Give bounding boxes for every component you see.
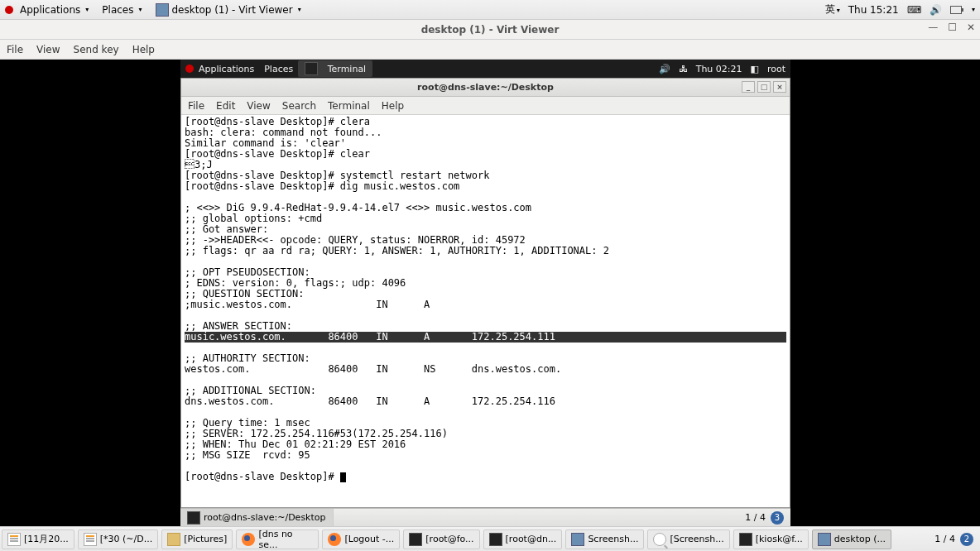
task-label: desktop (...: [834, 534, 886, 544]
task-label: [root@dn...: [506, 534, 557, 544]
host-task[interactable]: [root@dn...: [483, 529, 563, 549]
term-menu-search[interactable]: Search: [282, 100, 316, 112]
term-menu-terminal[interactable]: Terminal: [328, 100, 370, 112]
virt-content: Applications Places Terminal 🔊 🖧 Thu 02:…: [0, 60, 980, 526]
guest-workspace-badge[interactable]: 3: [771, 511, 784, 525]
task-label: Screensh...: [588, 534, 638, 544]
guest-active-window[interactable]: Terminal: [298, 60, 372, 77]
term-menu-help[interactable]: Help: [382, 100, 404, 112]
guest-places-menu[interactable]: Places: [259, 64, 298, 74]
guest-workspace-indicator[interactable]: 1 / 4: [745, 512, 766, 523]
terminal-titlebar[interactable]: root@dns-slave:~/Desktop _ □ ×: [181, 79, 790, 97]
task-label: [Pictures]: [184, 534, 227, 544]
virt-titlebar[interactable]: desktop (1) - Virt Viewer — ☐ ✕: [0, 20, 980, 40]
close-button[interactable]: ✕: [967, 22, 975, 33]
search-icon: [653, 533, 666, 546]
host-task[interactable]: Screensh...: [565, 529, 644, 549]
virt-title: desktop (1) - Virt Viewer: [421, 24, 560, 36]
guest-bottombar: root@dns-slave:~/Desktop 1 / 4 3: [180, 508, 790, 526]
ff-icon: [328, 533, 341, 546]
term-icon: [739, 533, 752, 546]
term-icon: [489, 533, 502, 546]
screen-icon: [818, 533, 831, 546]
host-task[interactable]: desktop (...: [812, 529, 891, 549]
maximize-button[interactable]: ☐: [948, 22, 957, 33]
task-label: [dns no se...: [258, 529, 313, 549]
host-task[interactable]: [Pictures]: [161, 529, 233, 549]
terminal-window: root@dns-slave:~/Desktop _ □ × File Edit…: [180, 78, 790, 508]
host-task[interactable]: [dns no se...: [236, 529, 319, 549]
term-icon: [409, 533, 422, 546]
guest-volume-icon[interactable]: 🔊: [659, 64, 670, 74]
terminal-icon: [187, 511, 200, 525]
guest-clock[interactable]: Thu 02:21: [696, 64, 742, 74]
task-label: [Screensh...: [670, 534, 723, 544]
txt-icon: [7, 533, 21, 546]
guest-redhat-icon: [185, 65, 194, 73]
minimize-button[interactable]: —: [928, 22, 938, 33]
host-task[interactable]: [root@fo...: [403, 529, 479, 549]
term-menu-view[interactable]: View: [247, 100, 270, 112]
term-minimize-button[interactable]: _: [742, 81, 755, 93]
host-task[interactable]: [Screensh...: [647, 529, 729, 549]
host-applications-menu[interactable]: Applications▾: [13, 4, 95, 16]
host-bottombar: [11月20...[*30 (~/D...[Pictures][dns no s…: [0, 526, 980, 551]
txt-icon: [84, 533, 97, 546]
term-maximize-button[interactable]: □: [757, 81, 771, 93]
window-icon: [156, 3, 169, 17]
terminal-output[interactable]: [root@dns-slave Desktop]# clera bash: cl…: [181, 115, 790, 507]
host-active-window-menu[interactable]: desktop (1) - Virt Viewer▾: [149, 3, 308, 17]
guest-applications-menu[interactable]: Applications: [194, 64, 259, 74]
ff-icon: [242, 533, 255, 546]
host-task[interactable]: [11月20...: [2, 529, 74, 549]
host-places-menu[interactable]: Places▾: [95, 4, 148, 16]
terminal-icon: [305, 62, 318, 75]
host-top-panel: Applications▾ Places▾ desktop (1) - Virt…: [0, 0, 980, 20]
host-task[interactable]: [*30 (~/D...: [78, 529, 158, 549]
virt-menu-view[interactable]: View: [36, 44, 60, 55]
guest-hdd-icon[interactable]: ◧: [751, 64, 759, 74]
virt-menubar: File View Send key Help: [0, 40, 980, 60]
virt-viewer-window: desktop (1) - Virt Viewer — ☐ ✕ File Vie…: [0, 20, 980, 526]
guest-network-icon[interactable]: 🖧: [679, 64, 688, 74]
term-close-button[interactable]: ×: [773, 81, 786, 93]
host-task[interactable]: [Logout -...: [322, 529, 400, 549]
virt-menu-help[interactable]: Help: [132, 44, 155, 55]
term-menu-edit[interactable]: Edit: [216, 100, 235, 112]
redhat-logo-icon: [5, 6, 13, 14]
host-workspace-badge[interactable]: 2: [960, 533, 973, 546]
term-menu-file[interactable]: File: [188, 100, 204, 112]
virt-menu-sendkey[interactable]: Send key: [74, 44, 119, 55]
folder-icon: [167, 533, 180, 546]
host-task[interactable]: [kiosk@f...: [733, 529, 809, 549]
guest-top-panel: Applications Places Terminal 🔊 🖧 Thu 02:…: [180, 60, 790, 78]
task-label: [root@fo...: [425, 534, 473, 544]
task-label: [*30 (~/D...: [100, 534, 152, 544]
host-clock[interactable]: Thu 15:21: [848, 4, 899, 16]
screen-icon: [571, 533, 584, 546]
terminal-menubar: File Edit View Search Terminal Help: [181, 97, 790, 115]
volume-icon[interactable]: 🔊: [930, 4, 942, 16]
task-label: [Logout -...: [344, 534, 394, 544]
guest-desktop: Applications Places Terminal 🔊 🖧 Thu 02:…: [180, 60, 790, 526]
terminal-title: root@dns-slave:~/Desktop: [417, 82, 554, 93]
task-label: [11月20...: [24, 533, 69, 545]
host-workspace-indicator[interactable]: 1 / 4: [934, 534, 955, 544]
guest-user[interactable]: root: [767, 64, 785, 74]
keyboard-icon[interactable]: ⌨: [907, 4, 921, 16]
guest-task-terminal[interactable]: root@dns-slave:~/Desktop: [180, 509, 334, 526]
task-label: [kiosk@f...: [756, 534, 803, 544]
virt-menu-file[interactable]: File: [7, 44, 23, 55]
battery-icon[interactable]: [950, 6, 962, 14]
ime-indicator[interactable]: 英▾: [825, 2, 840, 17]
